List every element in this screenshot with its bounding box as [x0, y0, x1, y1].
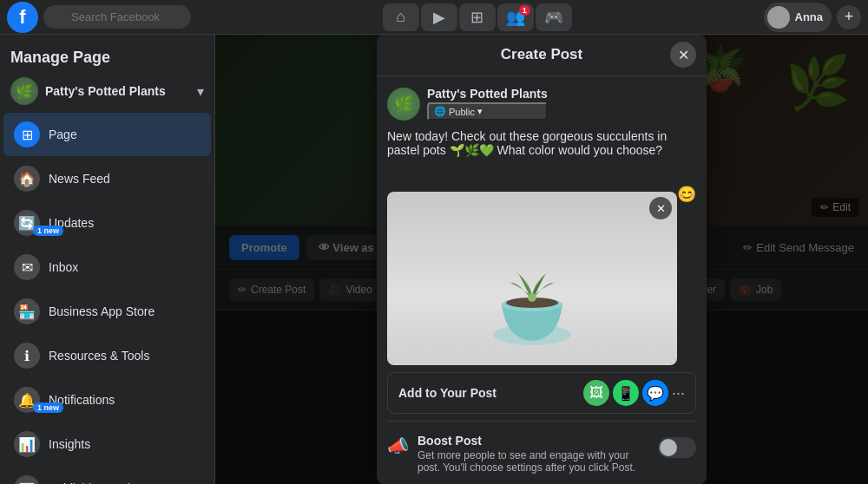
- boost-title: Boost Post: [418, 434, 649, 448]
- nav-video-btn[interactable]: ▶: [421, 3, 457, 31]
- add-to-post-label: Add to Your Post: [398, 386, 496, 400]
- resources-tools-icon: ℹ: [14, 343, 40, 369]
- page-icon: ⊞: [14, 121, 40, 147]
- insights-icon: 📊: [14, 431, 40, 457]
- toggle-knob: [660, 439, 677, 456]
- add-to-post-section: Add to Your Post 🖼 📱 💬 ···: [387, 372, 696, 414]
- sidebar-item-label: Insights: [49, 437, 90, 451]
- nav-home-btn[interactable]: ⌂: [383, 3, 419, 31]
- modal-body: 🌿 Patty's Potted Plants 🌐 Public ▾ 😊: [377, 76, 707, 484]
- boost-icon: 📣: [387, 435, 409, 456]
- business-app-store-icon: 🏪: [14, 298, 40, 324]
- sidebar-title: Manage Page: [0, 42, 214, 70]
- add-icons-group: 🖼 📱 💬 ···: [583, 380, 685, 406]
- post-author-section: 🌿 Patty's Potted Plants 🌐 Public ▾: [387, 87, 696, 121]
- facebook-logo[interactable]: f: [7, 2, 38, 33]
- sidebar-item-updates[interactable]: 🔄 Updates 1 new: [3, 201, 211, 245]
- boost-info: Boost Post Get more people to see and en…: [418, 434, 649, 474]
- sidebar-item-label: Resources & Tools: [49, 349, 149, 363]
- sidebar-item-page[interactable]: ⊞ Page: [3, 113, 211, 156]
- user-avatar: [767, 6, 790, 29]
- nav-marketplace-btn[interactable]: ⊞: [459, 3, 496, 31]
- user-name: Anna: [795, 10, 824, 23]
- post-text-wrapper: 😊: [387, 129, 696, 185]
- page-name-label: Patty's Potted Plants: [45, 84, 166, 98]
- sidebar-item-label: Business App Store: [49, 304, 155, 318]
- nav-friends-btn[interactable]: 👥1: [497, 3, 534, 31]
- sidebar-item-business-app-store[interactable]: 🏪 Business App Store: [3, 290, 211, 333]
- app-body: Manage Page 🌿 Patty's Potted Plants ▾ ⊞ …: [0, 35, 868, 484]
- sidebar-item-label: News Feed: [49, 172, 110, 186]
- image-remove-button[interactable]: ✕: [649, 197, 672, 219]
- user-profile-btn[interactable]: Anna: [764, 3, 832, 32]
- succulent-image: [454, 200, 610, 356]
- sidebar-item-notifications[interactable]: 🔔 Notifications 1 new: [3, 378, 211, 422]
- sidebar-item-publishing-tools[interactable]: 📰 Publishing Tools: [3, 467, 211, 484]
- chevron-down-icon: ▾: [197, 83, 204, 100]
- search-input[interactable]: [43, 5, 191, 29]
- post-image-container: ✕: [387, 192, 677, 365]
- nav-right-section: Anna +: [764, 3, 862, 32]
- nav-icon-group: ⌂ ▶ ⊞ 👥1 🎮: [191, 3, 764, 31]
- sidebar-item-inbox[interactable]: ✉ Inbox: [3, 245, 211, 289]
- add-button[interactable]: +: [837, 5, 861, 29]
- sidebar-item-news-feed[interactable]: 🏠 News Feed: [3, 157, 211, 200]
- modal-close-button[interactable]: ✕: [670, 42, 696, 68]
- boost-toggle[interactable]: [658, 437, 696, 458]
- more-add-options-button[interactable]: ···: [672, 384, 685, 402]
- boost-description: Get more people to see and engage with y…: [418, 449, 649, 474]
- audience-selector[interactable]: 🌐 Public ▾: [427, 102, 548, 121]
- sidebar-item-insights[interactable]: 📊 Insights: [3, 422, 211, 466]
- post-text-input[interactable]: [387, 129, 696, 181]
- main-content: 🌿 🪴 🌱 ✏ Edit Promote 👁 View as Visitor 🔍…: [215, 35, 868, 484]
- sidebar: Manage Page 🌿 Patty's Potted Plants ▾ ⊞ …: [0, 35, 215, 484]
- sidebar-item-resources-tools[interactable]: ℹ Resources & Tools: [3, 334, 211, 377]
- sidebar-item-label: Inbox: [49, 260, 78, 274]
- inbox-icon: ✉: [14, 254, 40, 280]
- notifications-badge: 1 new: [33, 402, 63, 413]
- emoji-button[interactable]: 😊: [677, 185, 696, 204]
- author-name: Patty's Potted Plants: [427, 87, 548, 101]
- post-image-background: [387, 192, 677, 365]
- page-selector[interactable]: 🌿 Patty's Potted Plants ▾: [0, 70, 214, 112]
- news-feed-icon: 🏠: [14, 166, 40, 192]
- page-avatar: 🌿: [10, 77, 38, 105]
- remove-image-icon: ✕: [656, 202, 666, 215]
- add-photo-video-button[interactable]: 🖼: [583, 380, 609, 406]
- modal-overlay: Create Post ✕ 🌿 Patty's Potted Plants 🌐 …: [215, 35, 868, 484]
- add-whatsapp-button[interactable]: 📱: [613, 380, 639, 406]
- friends-badge: 1: [519, 5, 530, 16]
- close-icon: ✕: [678, 47, 689, 63]
- nav-gaming-btn[interactable]: 🎮: [536, 3, 572, 31]
- divider: [387, 421, 696, 422]
- top-navigation: f 🔍 ⌂ ▶ ⊞ 👥1 🎮 Anna +: [0, 0, 868, 35]
- updates-badge: 1 new: [33, 226, 63, 236]
- add-messenger-button[interactable]: 💬: [642, 380, 668, 406]
- svg-point-3: [528, 293, 536, 302]
- create-post-modal: Create Post ✕ 🌿 Patty's Potted Plants 🌐 …: [377, 35, 707, 484]
- modal-header: Create Post ✕: [377, 35, 707, 76]
- boost-post-row: 📣 Boost Post Get more people to see and …: [387, 427, 696, 481]
- author-info: Patty's Potted Plants 🌐 Public ▾: [427, 87, 548, 121]
- modal-title: Create Post: [501, 46, 582, 63]
- publishing-tools-icon: 📰: [14, 475, 40, 484]
- author-avatar: 🌿: [387, 88, 420, 121]
- sidebar-item-label: Page: [49, 128, 77, 141]
